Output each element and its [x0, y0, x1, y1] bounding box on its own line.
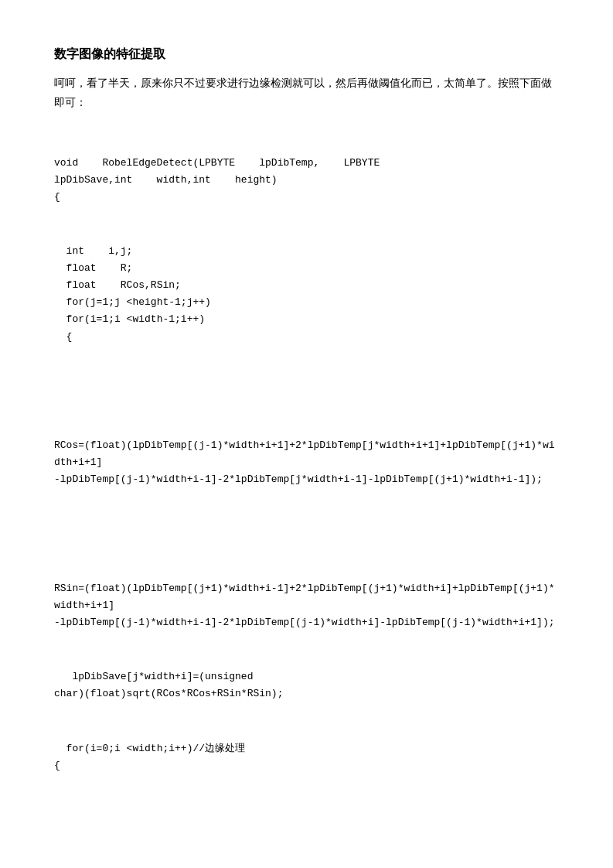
code-block: void RobelEdgeDetect(LPBYTE lpDibTemp, L…	[54, 120, 559, 868]
rsin-calc: RSin=(float)(lpDibTemp[(j+1)*width+i-1]+…	[54, 580, 559, 631]
intro-paragraph: 呵呵，看了半天，原来你只不过要求进行边缘检测就可以，然后再做阈值化而已，太简单了…	[54, 73, 559, 112]
function-signature: void RobelEdgeDetect(LPBYTE lpDibTemp, L…	[54, 155, 559, 206]
blank-line-3	[54, 812, 559, 829]
blank-line-1	[54, 383, 559, 400]
for-edge: for(i=0;i <width;i++)//边缘处理 {	[54, 740, 559, 774]
page-title: 数字图像的特征提取	[54, 46, 559, 63]
var-declarations: int i,j; float R; float RCos,RSin; for(j…	[54, 243, 559, 346]
blank-line-2	[54, 526, 559, 543]
save-result: lpDibSave[j*width+i]=(unsigned char)(flo…	[54, 668, 559, 702]
rcos-calc: RCos=(float)(lpDibTemp[(j-1)*width+i+1]+…	[54, 437, 559, 488]
